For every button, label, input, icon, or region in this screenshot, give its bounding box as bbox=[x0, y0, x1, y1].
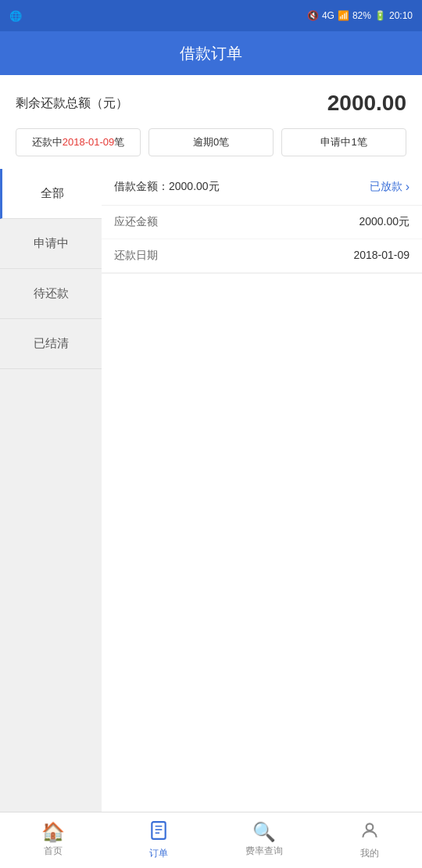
sidebar-item-all[interactable]: 全部 bbox=[0, 169, 102, 219]
repaying-date: 2018-01-09 bbox=[63, 136, 115, 148]
svg-point-4 bbox=[366, 823, 373, 830]
filter-row: 还款中2018-01-09笔 逾期0笔 申请中1笔 bbox=[16, 128, 406, 156]
nav-rates[interactable]: 🔍 费率查询 bbox=[211, 812, 316, 868]
mute-icon: 🔇 bbox=[307, 10, 319, 21]
filter-overdue[interactable]: 逾期0笔 bbox=[148, 128, 274, 156]
loan-detail-row-date: 还款日期 2018-01-09 bbox=[102, 239, 422, 273]
nav-mine[interactable]: 我的 bbox=[316, 812, 422, 868]
sidebar-item-pending[interactable]: 待还款 bbox=[0, 269, 102, 319]
main-content: 全部 申请中 待还款 已结清 借款金额：2000.00元 已放款 › 应还金额 … bbox=[0, 169, 422, 812]
sidebar: 全部 申请中 待还款 已结清 bbox=[0, 169, 102, 812]
status-left: 🌐 bbox=[9, 10, 22, 22]
rates-icon: 🔍 bbox=[252, 823, 276, 841]
battery-level: 82% bbox=[352, 10, 371, 21]
nav-home[interactable]: 🏠 首页 bbox=[0, 812, 106, 868]
sidebar-item-applying[interactable]: 申请中 bbox=[0, 219, 102, 269]
signal-4g: 4G bbox=[322, 10, 334, 21]
nav-orders-label: 订单 bbox=[149, 847, 168, 860]
sidebar-item-settled[interactable]: 已结清 bbox=[0, 319, 102, 369]
loan-status[interactable]: 已放款 › bbox=[370, 180, 409, 194]
detail-key-date: 还款日期 bbox=[114, 249, 158, 263]
summary-amount: 2000.00 bbox=[327, 91, 406, 116]
loan-card: 借款金额：2000.00元 已放款 › 应还金额 2000.00元 还款日期 2… bbox=[102, 169, 422, 274]
filter-repaying[interactable]: 还款中2018-01-09笔 bbox=[16, 128, 141, 156]
nav-rates-label: 费率查询 bbox=[245, 845, 283, 858]
nav-orders[interactable]: 订单 bbox=[106, 812, 211, 868]
sidebar-label-applying: 申请中 bbox=[34, 236, 69, 249]
summary-row: 剩余还款总额（元） 2000.00 bbox=[16, 91, 406, 116]
summary-section: 剩余还款总额（元） 2000.00 还款中2018-01-09笔 逾期0笔 申请… bbox=[0, 75, 422, 169]
battery-icon: 🔋 bbox=[374, 10, 386, 21]
status-right: 🔇 4G 📶 82% 🔋 20:10 bbox=[307, 10, 413, 21]
applying-label: 申请中1笔 bbox=[320, 136, 367, 148]
nav-home-label: 首页 bbox=[44, 845, 63, 858]
loan-status-label: 已放款 bbox=[370, 180, 402, 194]
sidebar-label-settled: 已结清 bbox=[34, 336, 69, 350]
nav-mine-label: 我的 bbox=[360, 847, 379, 860]
bottom-nav: 🏠 首页 订单 🔍 费率查询 我的 bbox=[0, 812, 422, 868]
filter-applying[interactable]: 申请中1笔 bbox=[281, 128, 406, 156]
content-area: 借款金额：2000.00元 已放款 › 应还金额 2000.00元 还款日期 2… bbox=[102, 169, 422, 812]
svg-rect-0 bbox=[152, 822, 165, 839]
signal-bars: 📶 bbox=[338, 10, 349, 21]
sidebar-label-all: 全部 bbox=[41, 186, 64, 199]
detail-val-date: 2018-01-09 bbox=[353, 249, 409, 263]
chevron-right-icon: › bbox=[406, 180, 409, 194]
summary-label: 剩余还款总额（元） bbox=[16, 95, 128, 112]
detail-val-amount: 2000.00元 bbox=[359, 215, 409, 229]
time: 20:10 bbox=[389, 10, 413, 21]
sidebar-label-pending: 待还款 bbox=[34, 286, 69, 299]
status-bar: 🌐 🔇 4G 📶 82% 🔋 20:10 bbox=[0, 0, 422, 31]
page-header: 借款订单 bbox=[0, 31, 422, 75]
overdue-label: 逾期0笔 bbox=[193, 136, 229, 148]
page-title: 借款订单 bbox=[180, 43, 242, 64]
mine-icon bbox=[359, 820, 380, 844]
loan-detail-row-amount: 应还金额 2000.00元 bbox=[102, 206, 422, 239]
home-icon: 🏠 bbox=[41, 823, 65, 841]
loan-card-header: 借款金额：2000.00元 已放款 › bbox=[102, 169, 422, 206]
app-icon: 🌐 bbox=[9, 10, 22, 22]
loan-amount-label: 借款金额：2000.00元 bbox=[114, 180, 220, 194]
orders-icon bbox=[148, 820, 169, 844]
detail-key-amount: 应还金额 bbox=[114, 215, 158, 229]
